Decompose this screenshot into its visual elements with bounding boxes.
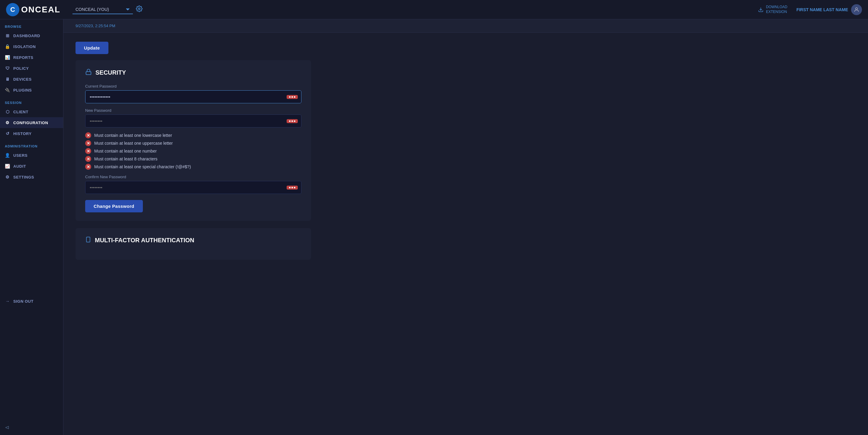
client-icon: ⬡ bbox=[5, 110, 10, 114]
sidebar-item-plugins[interactable]: 🔌 PLUGINS bbox=[0, 85, 63, 95]
sidebar-item-audit[interactable]: 📈 AUDIT bbox=[0, 161, 63, 172]
topbar: C ONCEAL CONCEAL (YOU) DOWNLOAD EXTENSIO… bbox=[0, 0, 868, 19]
sidebar-label-configuration: CONFIGURATION bbox=[13, 121, 48, 125]
validation-text-uppercase: Must contain at least one uppercase lett… bbox=[94, 141, 173, 146]
security-title-text: SECURITY bbox=[95, 69, 126, 76]
sidebar-item-history[interactable]: ↺ HISTORY bbox=[0, 128, 63, 139]
sidebar-label-plugins: PLUGINS bbox=[13, 88, 32, 92]
validation-text-lowercase: Must contain at least one lowercase lett… bbox=[94, 133, 172, 138]
monitor-icon: 🖥 bbox=[5, 77, 10, 82]
new-password-group: New Password bbox=[85, 108, 302, 127]
confirm-password-label: Confirm New Password bbox=[85, 175, 302, 179]
validation-error-icon-number: ✕ bbox=[85, 148, 91, 154]
confirm-password-toggle[interactable] bbox=[287, 185, 298, 189]
config-icon: ⚙ bbox=[5, 120, 10, 125]
update-button-row: Update bbox=[75, 42, 311, 54]
sidebar-item-users[interactable]: 👤 USERS bbox=[0, 150, 63, 161]
sidebar-item-client[interactable]: ⬡ CLIENT bbox=[0, 106, 63, 117]
sidebar-label-devices: DEVICES bbox=[13, 77, 32, 82]
mfa-title: MULTI-FACTOR AUTHENTICATION bbox=[85, 237, 302, 244]
admin-section-label: ADMINISTRATION bbox=[0, 139, 63, 150]
browse-section-label: BROWSE bbox=[0, 19, 63, 30]
chevron-down-icon bbox=[126, 7, 130, 11]
validation-lowercase: ✕ Must contain at least one lowercase le… bbox=[85, 132, 302, 138]
sidebar-item-settings[interactable]: ⚙ SETTINGS bbox=[0, 172, 63, 183]
settings-gear-button[interactable] bbox=[136, 5, 143, 13]
validation-text-special: Must contain at least one special charac… bbox=[94, 164, 191, 169]
user-name: FIRST NAME LAST NAME bbox=[797, 7, 848, 12]
sidebar-label-policy: POLICY bbox=[13, 66, 29, 71]
logo-area: C ONCEAL bbox=[6, 3, 69, 16]
sidebar-label-isolation: ISOLATION bbox=[13, 44, 36, 49]
validation-length: ✕ Must contain at least 8 characters bbox=[85, 156, 302, 162]
user-profile-button[interactable]: FIRST NAME LAST NAME bbox=[797, 4, 862, 15]
mobile-icon bbox=[85, 237, 91, 244]
sidebar-item-signout[interactable]: → SIGN OUT bbox=[0, 296, 63, 307]
svg-point-2 bbox=[856, 7, 858, 10]
layout: BROWSE ⊞ DASHBOARD 🔒 ISOLATION 📊 REPORTS… bbox=[0, 19, 868, 435]
download-extension-button[interactable]: DOWNLOAD EXTENSION bbox=[758, 5, 787, 14]
update-button[interactable]: Update bbox=[75, 42, 108, 54]
sidebar-label-dashboard: DASHBOARD bbox=[13, 34, 40, 38]
session-section-label: SESSION bbox=[0, 95, 63, 106]
profile-timestamp: 9/27/2023, 2:25:54 PM bbox=[75, 24, 115, 28]
mfa-section: MULTI-FACTOR AUTHENTICATION bbox=[75, 228, 311, 260]
sidebar-label-audit: AUDIT bbox=[13, 164, 26, 168]
logo-icon: C bbox=[6, 3, 19, 16]
download-label-line1: DOWNLOAD bbox=[766, 5, 787, 10]
confirm-password-wrapper bbox=[85, 181, 302, 194]
change-password-row: Change Password bbox=[85, 200, 302, 212]
security-lock-icon bbox=[85, 69, 92, 77]
sidebar-item-dashboard[interactable]: ⊞ DASHBOARD bbox=[0, 30, 63, 41]
validation-special: ✕ Must contain at least one special char… bbox=[85, 164, 302, 170]
current-password-toggle[interactable] bbox=[287, 95, 298, 99]
sidebar: BROWSE ⊞ DASHBOARD 🔒 ISOLATION 📊 REPORTS… bbox=[0, 19, 63, 435]
validation-uppercase: ✕ Must contain at least one uppercase le… bbox=[85, 140, 302, 146]
sidebar-collapse-button[interactable]: ⊲ bbox=[0, 420, 63, 435]
new-password-input[interactable] bbox=[85, 115, 302, 127]
new-password-wrapper bbox=[85, 115, 302, 127]
current-password-input[interactable] bbox=[85, 90, 302, 103]
avatar bbox=[851, 4, 862, 15]
topbar-right: DOWNLOAD EXTENSION FIRST NAME LAST NAME bbox=[758, 4, 862, 15]
current-password-label: Current Password bbox=[85, 84, 302, 89]
confirm-password-group: Confirm New Password bbox=[85, 175, 302, 194]
new-password-toggle[interactable] bbox=[287, 119, 298, 123]
new-password-label: New Password bbox=[85, 108, 302, 113]
org-selector[interactable]: CONCEAL (YOU) bbox=[72, 5, 133, 14]
sidebar-label-reports: REPORTS bbox=[13, 55, 33, 60]
confirm-password-input[interactable] bbox=[85, 181, 302, 194]
change-password-button[interactable]: Change Password bbox=[85, 200, 143, 212]
validation-list: ✕ Must contain at least one lowercase le… bbox=[85, 132, 302, 170]
collapse-icon: ⊲ bbox=[5, 424, 9, 431]
content-area: Update SECURITY Current Password bbox=[63, 33, 323, 269]
svg-rect-3 bbox=[86, 71, 91, 74]
security-title: SECURITY bbox=[85, 69, 302, 77]
sidebar-item-policy[interactable]: 🛡 POLICY bbox=[0, 63, 63, 74]
org-name: CONCEAL (YOU) bbox=[75, 7, 123, 12]
sidebar-label-history: HISTORY bbox=[13, 131, 32, 136]
user-icon bbox=[854, 7, 860, 13]
gear-icon bbox=[136, 5, 143, 12]
sidebar-item-isolation[interactable]: 🔒 ISOLATION bbox=[0, 41, 63, 52]
validation-text-length: Must contain at least 8 characters bbox=[94, 156, 157, 161]
settings-icon: ⚙ bbox=[5, 175, 10, 180]
download-icon bbox=[758, 7, 764, 12]
policy-icon: 🛡 bbox=[5, 66, 10, 71]
validation-error-icon-special: ✕ bbox=[85, 164, 91, 170]
svg-point-0 bbox=[138, 8, 140, 10]
download-label-line2: EXTENSION bbox=[766, 10, 787, 14]
sidebar-item-devices[interactable]: 🖥 DEVICES bbox=[0, 74, 63, 85]
signout-icon: → bbox=[5, 299, 10, 304]
sidebar-item-configuration[interactable]: ⚙ CONFIGURATION bbox=[0, 117, 63, 128]
logo-text: ONCEAL bbox=[21, 5, 60, 14]
validation-error-icon-lowercase: ✕ bbox=[85, 132, 91, 138]
validation-number: ✕ Must contain at least one number bbox=[85, 148, 302, 154]
sidebar-item-reports[interactable]: 📊 REPORTS bbox=[0, 52, 63, 63]
history-icon: ↺ bbox=[5, 131, 10, 136]
validation-error-icon-length: ✕ bbox=[85, 156, 91, 162]
security-section: SECURITY Current Password New Password bbox=[75, 60, 311, 221]
sidebar-label-users: USERS bbox=[13, 153, 28, 158]
sidebar-label-signout: SIGN OUT bbox=[13, 299, 33, 304]
users-icon: 👤 bbox=[5, 153, 10, 158]
